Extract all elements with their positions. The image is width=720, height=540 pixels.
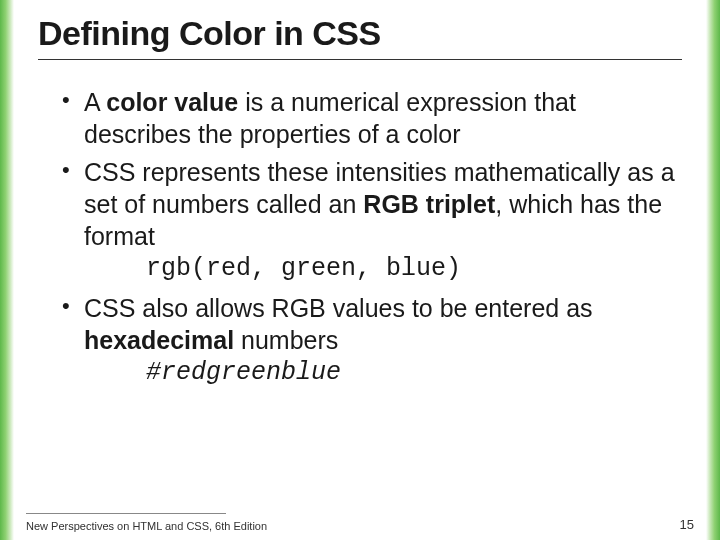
slide-left-border xyxy=(0,0,14,540)
slide-title: Defining Color in CSS xyxy=(38,14,682,53)
bullet-text: numbers xyxy=(234,326,338,354)
bullet-item: CSS also allows RGB values to be entered… xyxy=(62,292,682,390)
bullet-text: CSS also allows RGB values to be entered… xyxy=(84,294,593,322)
footer-text: New Perspectives on HTML and CSS, 6th Ed… xyxy=(26,520,267,532)
slide-footer: New Perspectives on HTML and CSS, 6th Ed… xyxy=(26,517,694,532)
title-underline xyxy=(38,59,682,60)
bullet-list: A color value is a numerical expression … xyxy=(38,86,682,390)
code-sample: #redgreenblue xyxy=(84,356,682,390)
slide-right-border xyxy=(706,0,720,540)
bullet-item: A color value is a numerical expression … xyxy=(62,86,682,150)
bullet-bold: RGB triplet xyxy=(363,190,495,218)
bullet-bold: color value xyxy=(106,88,238,116)
bullet-text: A xyxy=(84,88,106,116)
code-sample: rgb(red, green, blue) xyxy=(84,252,682,286)
page-number: 15 xyxy=(680,517,694,532)
bullet-item: CSS represents these intensities mathema… xyxy=(62,156,682,286)
slide-content: Defining Color in CSS A color value is a… xyxy=(14,0,706,540)
bullet-bold: hexadecimal xyxy=(84,326,234,354)
footer-divider xyxy=(26,513,226,514)
